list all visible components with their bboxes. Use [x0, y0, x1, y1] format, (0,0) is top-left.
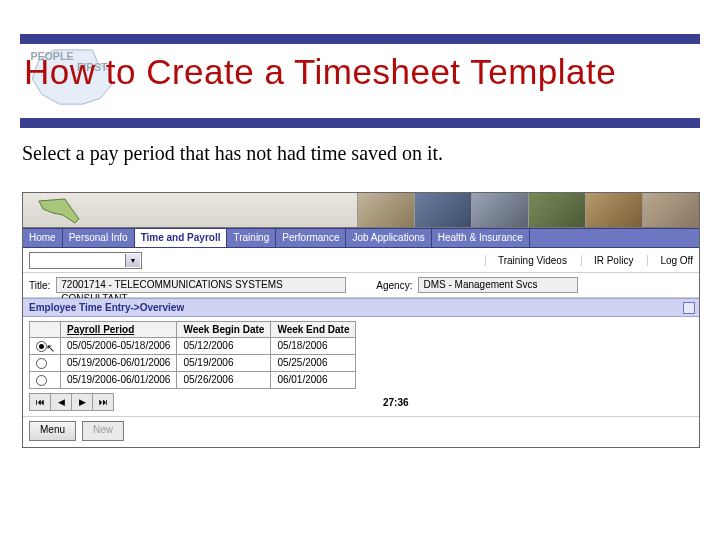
pager-prev[interactable]: ◀	[51, 393, 72, 410]
menu-button[interactable]: Menu	[29, 421, 76, 441]
slide-title: How to Create a Timesheet Template	[24, 52, 700, 92]
collapse-icon[interactable]	[683, 302, 695, 314]
col-week-end: Week End Date	[271, 322, 356, 338]
tab-health-insurance[interactable]: Health & Insurance	[432, 229, 530, 247]
tab-personal-info[interactable]: Personal Info	[63, 229, 135, 247]
pager-first[interactable]: ⏮	[30, 393, 51, 410]
context-dropdown[interactable]: ▼	[29, 252, 142, 269]
field-title-value: 72001714 - TELECOMMUNICATIONS SYSTEMS CO…	[56, 277, 346, 293]
tab-job-applications[interactable]: Job Applications	[346, 229, 431, 247]
app-screenshot: Home Personal Info Time and Payroll Trai…	[22, 192, 700, 448]
button-bar: Menu New	[23, 416, 699, 447]
label-title: Title:	[29, 280, 50, 291]
pager-next[interactable]: ▶	[72, 393, 93, 410]
label-agency: Agency:	[376, 280, 412, 291]
col-payroll-period[interactable]: Payroll Period	[61, 322, 177, 338]
decorative-bar-top	[20, 34, 700, 44]
slide-subtitle: Select a pay period that has not had tim…	[22, 142, 443, 165]
pay-period-table: Payroll Period Week Begin Date Week End …	[29, 321, 356, 389]
primary-nav: Home Personal Info Time and Payroll Trai…	[23, 228, 699, 248]
banner-state-map	[35, 195, 85, 225]
radio-row-3[interactable]	[36, 375, 47, 386]
info-row: Title: 72001714 - TELECOMMUNICATIONS SYS…	[23, 273, 699, 298]
tab-performance[interactable]: Performance	[276, 229, 346, 247]
radio-row-1[interactable]	[36, 341, 47, 352]
banner-photo-strip	[357, 193, 699, 227]
radio-row-2[interactable]	[36, 358, 47, 369]
link-ir-policy[interactable]: IR Policy	[581, 255, 633, 266]
app-banner	[23, 193, 699, 228]
section-header: Employee Time Entry->Overview	[23, 298, 699, 317]
table-row[interactable]: 05/19/2006-06/01/2006 05/19/2006 05/25/2…	[30, 354, 356, 371]
link-training-videos[interactable]: Training Videos	[485, 255, 567, 266]
col-week-begin: Week Begin Date	[177, 322, 271, 338]
link-log-off[interactable]: Log Off	[647, 255, 693, 266]
table-row[interactable]: 05/19/2006-06/01/2006 05/26/2006 06/01/2…	[30, 371, 356, 388]
hours-total: 27:36	[383, 397, 699, 408]
field-agency-value: DMS - Management Svcs	[418, 277, 578, 293]
toolbar-row: ▼ Training Videos IR Policy Log Off	[23, 248, 699, 273]
chevron-down-icon: ▼	[125, 254, 140, 267]
slide: PEOPLE FIRST How to Create a Timesheet T…	[0, 0, 720, 540]
top-links: Training Videos IR Policy Log Off	[485, 255, 693, 266]
tab-time-and-payroll[interactable]: Time and Payroll	[135, 229, 228, 247]
decorative-bar-bottom	[20, 118, 700, 128]
pager-last[interactable]: ⏭	[93, 393, 114, 410]
new-button: New	[82, 421, 124, 441]
cursor-icon: ↖	[46, 342, 55, 355]
tab-training[interactable]: Training	[227, 229, 276, 247]
table-row[interactable]: ↖ 05/05/2006-05/18/2006 05/12/2006 05/18…	[30, 338, 356, 355]
tab-home[interactable]: Home	[23, 229, 63, 247]
